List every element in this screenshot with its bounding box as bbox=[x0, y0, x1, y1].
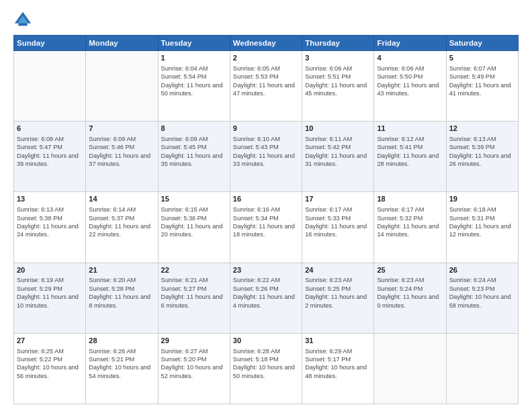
calendar-cell: 23Sunrise: 6:22 AMSunset: 5:26 PMDayligh… bbox=[230, 263, 302, 333]
day-number: 6 bbox=[17, 124, 83, 134]
calendar-cell: 14Sunrise: 6:14 AMSunset: 5:37 PMDayligh… bbox=[86, 192, 158, 263]
day-info: Sunrise: 6:21 AMSunset: 5:27 PMDaylight:… bbox=[161, 276, 227, 310]
day-number: 18 bbox=[377, 194, 443, 204]
calendar-cell: 17Sunrise: 6:17 AMSunset: 5:33 PMDayligh… bbox=[302, 192, 374, 263]
day-number: 25 bbox=[377, 265, 443, 275]
calendar-cell: 26Sunrise: 6:24 AMSunset: 5:23 PMDayligh… bbox=[446, 263, 518, 333]
calendar-cell: 5Sunrise: 6:07 AMSunset: 5:49 PMDaylight… bbox=[446, 51, 518, 122]
calendar-cell: 18Sunrise: 6:17 AMSunset: 5:32 PMDayligh… bbox=[374, 192, 446, 263]
day-info: Sunrise: 6:20 AMSunset: 5:28 PMDaylight:… bbox=[89, 276, 154, 310]
day-info: Sunrise: 6:07 AMSunset: 5:49 PMDaylight:… bbox=[449, 64, 515, 98]
logo bbox=[13, 11, 35, 30]
calendar-cell: 24Sunrise: 6:23 AMSunset: 5:25 PMDayligh… bbox=[302, 263, 374, 333]
day-info: Sunrise: 6:05 AMSunset: 5:53 PMDaylight:… bbox=[233, 64, 299, 98]
calendar-week-row: 13Sunrise: 6:13 AMSunset: 5:38 PMDayligh… bbox=[14, 192, 519, 263]
day-info: Sunrise: 6:25 AMSunset: 5:22 PMDaylight:… bbox=[17, 347, 83, 381]
day-info: Sunrise: 6:17 AMSunset: 5:32 PMDaylight:… bbox=[377, 205, 443, 239]
day-number: 28 bbox=[89, 336, 154, 346]
calendar-cell: 31Sunrise: 6:29 AMSunset: 5:17 PMDayligh… bbox=[302, 333, 374, 404]
day-number: 8 bbox=[161, 124, 227, 134]
day-number: 14 bbox=[89, 194, 154, 204]
day-info: Sunrise: 6:22 AMSunset: 5:26 PMDaylight:… bbox=[233, 276, 299, 310]
calendar-day-header: Friday bbox=[374, 36, 446, 51]
day-info: Sunrise: 6:11 AMSunset: 5:42 PMDaylight:… bbox=[305, 135, 371, 169]
day-number: 29 bbox=[161, 336, 227, 346]
calendar-cell: 3Sunrise: 6:06 AMSunset: 5:51 PMDaylight… bbox=[302, 51, 374, 122]
day-info: Sunrise: 6:10 AMSunset: 5:43 PMDaylight:… bbox=[233, 135, 299, 169]
day-number: 1 bbox=[161, 53, 227, 63]
day-info: Sunrise: 6:13 AMSunset: 5:38 PMDaylight:… bbox=[17, 205, 83, 239]
day-number: 30 bbox=[233, 336, 299, 346]
day-info: Sunrise: 6:26 AMSunset: 5:21 PMDaylight:… bbox=[89, 347, 154, 381]
calendar-cell: 4Sunrise: 6:06 AMSunset: 5:50 PMDaylight… bbox=[374, 51, 446, 122]
day-number: 13 bbox=[17, 194, 83, 204]
day-info: Sunrise: 6:09 AMSunset: 5:46 PMDaylight:… bbox=[89, 135, 154, 169]
day-number: 26 bbox=[449, 265, 515, 275]
day-number: 31 bbox=[305, 336, 371, 346]
calendar-week-row: 6Sunrise: 6:08 AMSunset: 5:47 PMDaylight… bbox=[14, 122, 519, 192]
calendar-cell: 22Sunrise: 6:21 AMSunset: 5:27 PMDayligh… bbox=[158, 263, 230, 333]
day-number: 16 bbox=[233, 194, 299, 204]
calendar-cell bbox=[446, 333, 518, 404]
day-info: Sunrise: 6:23 AMSunset: 5:25 PMDaylight:… bbox=[305, 276, 371, 310]
day-info: Sunrise: 6:28 AMSunset: 5:18 PMDaylight:… bbox=[233, 347, 299, 381]
day-number: 27 bbox=[17, 336, 83, 346]
calendar-cell: 20Sunrise: 6:19 AMSunset: 5:29 PMDayligh… bbox=[14, 263, 86, 333]
day-number: 17 bbox=[305, 194, 371, 204]
day-info: Sunrise: 6:16 AMSunset: 5:34 PMDaylight:… bbox=[233, 205, 299, 239]
calendar-cell bbox=[374, 333, 446, 404]
calendar-cell: 2Sunrise: 6:05 AMSunset: 5:53 PMDaylight… bbox=[230, 51, 302, 122]
calendar-cell: 7Sunrise: 6:09 AMSunset: 5:46 PMDaylight… bbox=[86, 122, 158, 192]
calendar-day-header: Monday bbox=[86, 36, 158, 51]
calendar-cell: 6Sunrise: 6:08 AMSunset: 5:47 PMDaylight… bbox=[14, 122, 86, 192]
calendar-day-header: Sunday bbox=[14, 36, 86, 51]
calendar-table: SundayMondayTuesdayWednesdayThursdayFrid… bbox=[13, 35, 519, 404]
day-info: Sunrise: 6:24 AMSunset: 5:23 PMDaylight:… bbox=[449, 276, 515, 310]
day-info: Sunrise: 6:17 AMSunset: 5:33 PMDaylight:… bbox=[305, 205, 371, 239]
svg-rect-2 bbox=[18, 24, 27, 26]
day-number: 24 bbox=[305, 265, 371, 275]
calendar-cell: 30Sunrise: 6:28 AMSunset: 5:18 PMDayligh… bbox=[230, 333, 302, 404]
day-info: Sunrise: 6:13 AMSunset: 5:39 PMDaylight:… bbox=[449, 135, 515, 169]
day-info: Sunrise: 6:29 AMSunset: 5:17 PMDaylight:… bbox=[305, 347, 371, 381]
day-info: Sunrise: 6:15 AMSunset: 5:36 PMDaylight:… bbox=[161, 205, 227, 239]
page: SundayMondayTuesdayWednesdayThursdayFrid… bbox=[0, 0, 532, 411]
calendar-day-header: Thursday bbox=[302, 36, 374, 51]
calendar-cell: 10Sunrise: 6:11 AMSunset: 5:42 PMDayligh… bbox=[302, 122, 374, 192]
calendar-cell: 13Sunrise: 6:13 AMSunset: 5:38 PMDayligh… bbox=[14, 192, 86, 263]
day-info: Sunrise: 6:18 AMSunset: 5:31 PMDaylight:… bbox=[449, 205, 515, 239]
day-number: 23 bbox=[233, 265, 299, 275]
day-info: Sunrise: 6:27 AMSunset: 5:20 PMDaylight:… bbox=[161, 347, 227, 381]
calendar-cell: 11Sunrise: 6:12 AMSunset: 5:41 PMDayligh… bbox=[374, 122, 446, 192]
day-number: 15 bbox=[161, 194, 227, 204]
day-number: 2 bbox=[233, 53, 299, 63]
calendar-cell: 21Sunrise: 6:20 AMSunset: 5:28 PMDayligh… bbox=[86, 263, 158, 333]
calendar-cell: 1Sunrise: 6:04 AMSunset: 5:54 PMDaylight… bbox=[158, 51, 230, 122]
day-number: 10 bbox=[305, 124, 371, 134]
calendar-cell bbox=[86, 51, 158, 122]
calendar-day-header: Tuesday bbox=[158, 36, 230, 51]
day-info: Sunrise: 6:14 AMSunset: 5:37 PMDaylight:… bbox=[89, 205, 154, 239]
day-info: Sunrise: 6:09 AMSunset: 5:45 PMDaylight:… bbox=[161, 135, 227, 169]
day-number: 20 bbox=[17, 265, 83, 275]
calendar-week-row: 1Sunrise: 6:04 AMSunset: 5:54 PMDaylight… bbox=[14, 51, 519, 122]
header bbox=[13, 11, 519, 30]
calendar-cell: 19Sunrise: 6:18 AMSunset: 5:31 PMDayligh… bbox=[446, 192, 518, 263]
calendar-cell: 9Sunrise: 6:10 AMSunset: 5:43 PMDaylight… bbox=[230, 122, 302, 192]
logo-icon bbox=[13, 11, 32, 30]
day-info: Sunrise: 6:04 AMSunset: 5:54 PMDaylight:… bbox=[161, 64, 227, 98]
day-info: Sunrise: 6:19 AMSunset: 5:29 PMDaylight:… bbox=[17, 276, 83, 310]
day-number: 4 bbox=[377, 53, 443, 63]
day-number: 12 bbox=[449, 124, 515, 134]
calendar-cell: 8Sunrise: 6:09 AMSunset: 5:45 PMDaylight… bbox=[158, 122, 230, 192]
day-number: 7 bbox=[89, 124, 154, 134]
day-number: 5 bbox=[449, 53, 515, 63]
day-number: 19 bbox=[449, 194, 515, 204]
day-number: 3 bbox=[305, 53, 371, 63]
day-number: 9 bbox=[233, 124, 299, 134]
calendar-header-row: SundayMondayTuesdayWednesdayThursdayFrid… bbox=[14, 36, 519, 51]
calendar-day-header: Wednesday bbox=[230, 36, 302, 51]
day-info: Sunrise: 6:06 AMSunset: 5:51 PMDaylight:… bbox=[305, 64, 371, 98]
calendar-cell: 25Sunrise: 6:23 AMSunset: 5:24 PMDayligh… bbox=[374, 263, 446, 333]
calendar-cell: 29Sunrise: 6:27 AMSunset: 5:20 PMDayligh… bbox=[158, 333, 230, 404]
